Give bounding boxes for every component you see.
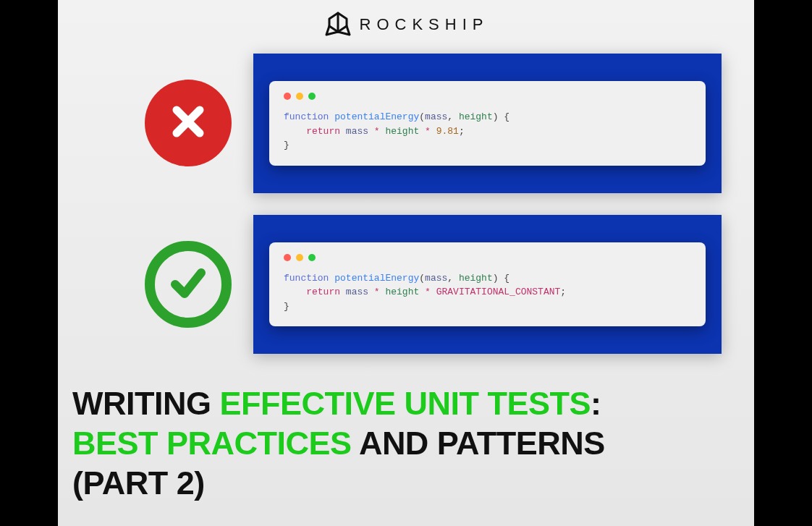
good-code-window: function potentialEnergy(mass, height) {… <box>269 242 706 327</box>
window-controls <box>284 254 691 261</box>
bad-code-panel: function potentialEnergy(mass, height) {… <box>253 54 722 193</box>
window-close-icon <box>284 254 291 261</box>
check-icon <box>166 261 210 307</box>
window-maximize-icon <box>308 254 316 261</box>
code-line: return mass * height * GRAVITATIONAL_CON… <box>284 285 691 300</box>
good-status-circle <box>145 241 232 328</box>
title-line-2: BEST PRACTICES AND PATTERNS <box>72 424 740 464</box>
document-page: ROCKSHIP function potentialEnergy(mass, … <box>58 0 754 526</box>
rockship-logo-icon <box>323 10 352 39</box>
title-line-1: WRITING EFFECTIVE UNIT TESTS: <box>72 384 740 424</box>
code-line: function potentialEnergy(mass, height) { <box>284 271 691 286</box>
bad-status-circle <box>145 80 232 166</box>
bad-code-window: function potentialEnergy(mass, height) {… <box>269 81 706 166</box>
logo-text: ROCKSHIP <box>360 15 489 34</box>
code-line: function potentialEnergy(mass, height) { <box>284 110 691 124</box>
title-line-3: (PART 2) <box>72 464 740 504</box>
cross-icon <box>169 103 207 143</box>
code-line: } <box>284 138 691 153</box>
bad-code-content: function potentialEnergy(mass, height) {… <box>284 110 691 153</box>
window-minimize-icon <box>296 93 303 100</box>
code-line: } <box>284 300 691 314</box>
window-controls <box>284 93 691 100</box>
code-line: return mass * height * 9.81; <box>284 124 691 139</box>
logo-header: ROCKSHIP <box>58 10 754 39</box>
bad-example-block: function potentialEnergy(mass, height) {… <box>58 54 754 193</box>
good-example-block: function potentialEnergy(mass, height) {… <box>58 215 754 355</box>
article-title: WRITING EFFECTIVE UNIT TESTS: BEST PRACT… <box>58 376 754 504</box>
window-maximize-icon <box>308 93 316 100</box>
window-close-icon <box>284 93 291 100</box>
good-code-content: function potentialEnergy(mass, height) {… <box>284 271 691 314</box>
good-code-panel: function potentialEnergy(mass, height) {… <box>253 215 722 355</box>
window-minimize-icon <box>296 254 303 261</box>
